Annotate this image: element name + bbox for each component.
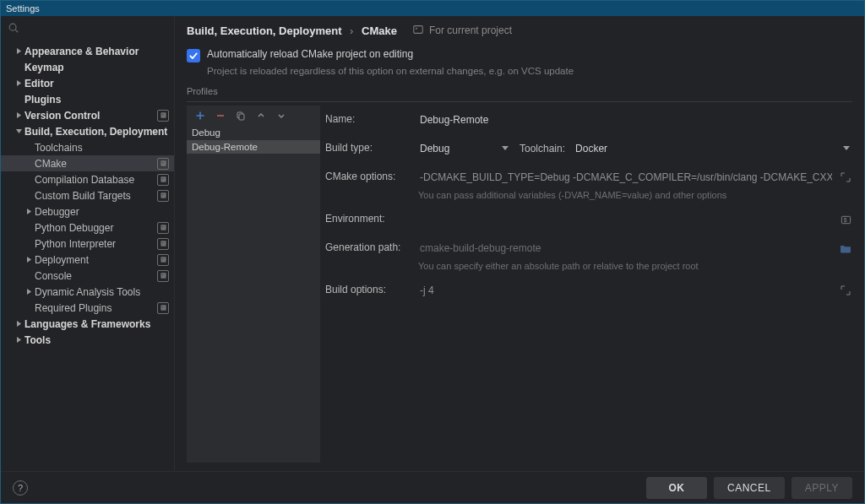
sidebar-item[interactable]: Version Control bbox=[1, 107, 174, 123]
expand-icon[interactable] bbox=[839, 171, 852, 184]
project-level-badge-icon bbox=[157, 174, 169, 186]
row-buildtype: Build type: Debug Toolchain: Docker bbox=[325, 136, 852, 161]
sidebar-item-label: CMake bbox=[35, 158, 154, 170]
sidebar-item[interactable]: Plugins bbox=[1, 91, 174, 107]
sidebar-item[interactable]: Python Debugger bbox=[1, 219, 174, 236]
settings-tree: Appearance & BehaviorKeymapEditorPlugins… bbox=[1, 41, 174, 471]
cmakeopts-hint: You can pass additional variables (-DVAR… bbox=[418, 188, 852, 200]
sidebar-item-label: Deployment bbox=[35, 254, 154, 266]
profiles-divider bbox=[187, 101, 852, 102]
project-level-badge-icon bbox=[157, 158, 169, 170]
ok-button[interactable]: OK bbox=[646, 477, 707, 499]
cancel-button[interactable]: CANCEL bbox=[714, 477, 785, 499]
project-scope: For current project bbox=[412, 24, 512, 38]
toolchain-select[interactable]: Docker bbox=[574, 139, 852, 158]
svg-rect-35 bbox=[239, 114, 244, 120]
row-genpath: Generation path: You can specify either … bbox=[325, 236, 852, 274]
apply-button[interactable]: APPLY bbox=[792, 477, 852, 499]
folder-icon[interactable] bbox=[839, 241, 852, 255]
sidebar-item[interactable]: Editor bbox=[1, 75, 174, 91]
svg-rect-20 bbox=[160, 257, 166, 262]
svg-rect-25 bbox=[160, 305, 166, 310]
sidebar-item-label: Build, Execution, Deployment bbox=[24, 126, 169, 138]
sidebar-item[interactable]: Appearance & Behavior bbox=[1, 43, 174, 59]
svg-rect-8 bbox=[160, 160, 166, 165]
sidebar-item[interactable]: Debugger bbox=[1, 203, 174, 219]
auto-reload-checkbox[interactable] bbox=[187, 49, 200, 62]
svg-rect-10 bbox=[160, 176, 166, 182]
sidebar-item[interactable]: Custom Build Targets bbox=[1, 187, 174, 203]
svg-rect-26 bbox=[161, 306, 162, 307]
copy-profile-button[interactable] bbox=[234, 109, 248, 122]
auto-reload-row[interactable]: Automatically reload CMake project on ed… bbox=[187, 43, 852, 64]
project-level-badge-icon bbox=[157, 190, 169, 202]
svg-rect-13 bbox=[161, 194, 162, 195]
profile-item[interactable]: Debug bbox=[187, 126, 320, 140]
sidebar-item[interactable]: Compilation Database bbox=[1, 171, 174, 187]
profiles-column: DebugDebug-Remote bbox=[187, 106, 320, 463]
add-profile-button[interactable] bbox=[193, 109, 207, 122]
svg-marker-24 bbox=[27, 289, 31, 295]
sidebar-item[interactable]: CMake bbox=[1, 155, 174, 171]
project-level-badge-icon bbox=[157, 222, 169, 234]
svg-marker-7 bbox=[16, 129, 22, 133]
sidebar-item-label: Python Debugger bbox=[35, 222, 154, 234]
project-level-badge-icon bbox=[157, 270, 169, 282]
caret-right-icon bbox=[13, 320, 24, 328]
name-input[interactable] bbox=[418, 111, 852, 129]
row-name: Name: bbox=[325, 107, 852, 133]
sidebar-item-label: Required Plugins bbox=[35, 302, 154, 314]
svg-rect-11 bbox=[161, 178, 162, 179]
sidebar-item-label: Debugger bbox=[35, 206, 169, 218]
caret-down-icon bbox=[13, 127, 24, 135]
move-up-button[interactable] bbox=[254, 109, 268, 122]
env-edit-icon[interactable]: $ bbox=[839, 213, 852, 226]
search-input[interactable] bbox=[24, 20, 167, 37]
svg-marker-37 bbox=[843, 146, 850, 150]
sidebar-item[interactable]: Console bbox=[1, 268, 174, 284]
toolchain-value: Docker bbox=[575, 143, 607, 154]
svg-text:$: $ bbox=[843, 216, 846, 222]
sidebar-item[interactable]: Dynamic Analysis Tools bbox=[1, 284, 174, 300]
sidebar-item-label: Tools bbox=[24, 334, 169, 346]
help-button[interactable]: ? bbox=[13, 480, 28, 496]
svg-point-0 bbox=[9, 24, 16, 30]
sidebar-item[interactable]: Deployment bbox=[1, 252, 174, 268]
sidebar-item[interactable]: Languages & Frameworks bbox=[1, 316, 174, 332]
genpath-label: Generation path: bbox=[325, 239, 418, 253]
sidebar-item[interactable]: Build, Execution, Deployment bbox=[1, 123, 174, 139]
genpath-input[interactable] bbox=[418, 239, 834, 257]
sidebar-item[interactable]: Tools bbox=[1, 332, 174, 348]
breadcrumb-a: Build, Execution, Deployment bbox=[187, 24, 341, 37]
remove-profile-button[interactable] bbox=[214, 109, 227, 122]
window-titlebar: Settings bbox=[1, 1, 864, 16]
row-cmakeopts: CMake options: You can pass additional v… bbox=[325, 165, 852, 203]
project-level-badge-icon bbox=[157, 238, 169, 250]
sidebar-item-label: Plugins bbox=[24, 94, 169, 106]
env-input[interactable] bbox=[418, 210, 830, 229]
chevron-down-icon bbox=[842, 143, 851, 154]
sidebar-item[interactable]: Toolchains bbox=[1, 139, 174, 155]
chevron-down-icon bbox=[501, 143, 509, 154]
svg-rect-16 bbox=[161, 226, 162, 227]
sidebar-item[interactable]: Required Plugins bbox=[1, 300, 174, 316]
auto-reload-sub: Project is reloaded regardless of this o… bbox=[187, 64, 852, 83]
row-buildopts: Build options: bbox=[325, 278, 852, 303]
svg-marker-28 bbox=[17, 337, 21, 343]
buildtype-select[interactable]: Debug bbox=[418, 139, 511, 158]
svg-rect-12 bbox=[160, 192, 166, 198]
move-down-button[interactable] bbox=[275, 109, 288, 122]
profile-item[interactable]: Debug-Remote bbox=[187, 140, 320, 154]
expand-icon[interactable] bbox=[839, 284, 852, 297]
sidebar-item[interactable]: Python Interpreter bbox=[1, 236, 174, 252]
name-label: Name: bbox=[325, 111, 418, 125]
sidebar-item[interactable]: Keymap bbox=[1, 59, 174, 75]
buildopts-input[interactable] bbox=[418, 281, 830, 300]
caret-right-icon bbox=[13, 336, 24, 344]
svg-marker-14 bbox=[27, 209, 31, 214]
sidebar-item-label: Toolchains bbox=[35, 142, 169, 154]
cmakeopts-input[interactable] bbox=[418, 168, 834, 187]
svg-rect-29 bbox=[414, 25, 423, 33]
profiles-title: Profiles bbox=[187, 86, 852, 96]
svg-marker-3 bbox=[17, 80, 21, 86]
